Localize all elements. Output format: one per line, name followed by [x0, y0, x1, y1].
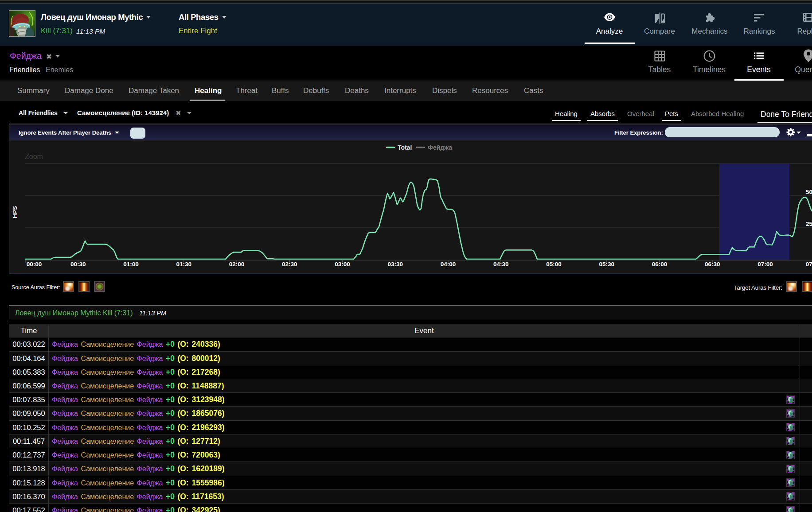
- svg-text:02:30: 02:30: [282, 261, 297, 268]
- svg-text:04:30: 04:30: [493, 261, 509, 268]
- svg-text:06:00: 06:00: [652, 261, 668, 268]
- svg-text:500k: 500k: [806, 189, 812, 195]
- svg-text:250k: 250k: [806, 221, 812, 227]
- svg-text:01:00: 01:00: [123, 261, 139, 268]
- svg-text:01:30: 01:30: [176, 261, 192, 268]
- svg-text:06:30: 06:30: [705, 261, 720, 268]
- svg-text:07:00: 07:00: [757, 261, 773, 268]
- svg-text:04:00: 04:00: [441, 261, 456, 268]
- svg-text:05:00: 05:00: [546, 261, 562, 268]
- svg-text:00:00: 00:00: [27, 261, 42, 268]
- svg-text:02:00: 02:00: [229, 261, 245, 268]
- svg-text:Total: Total: [398, 144, 412, 151]
- svg-text:05:30: 05:30: [599, 261, 615, 268]
- svg-text:Фейджа: Фейджа: [428, 144, 452, 151]
- svg-text:Zoom: Zoom: [25, 153, 43, 160]
- svg-text:03:00: 03:00: [335, 261, 350, 268]
- svg-text:03:30: 03:30: [388, 261, 403, 268]
- svg-text:00:30: 00:30: [70, 261, 86, 268]
- svg-text:HPS: HPS: [12, 206, 18, 218]
- svg-text:07:30: 07:30: [806, 261, 812, 268]
